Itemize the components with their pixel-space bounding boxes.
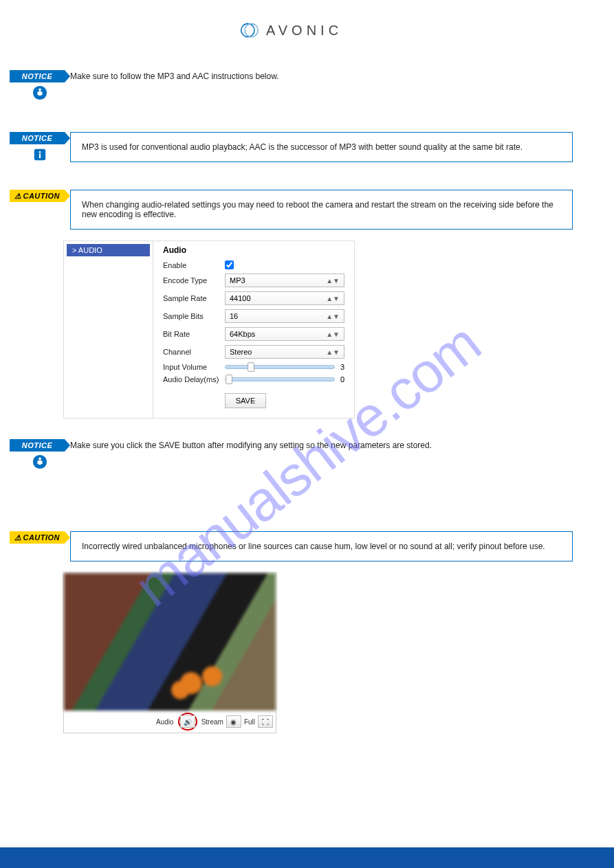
- sample-rate-select[interactable]: 44100▲▼: [225, 291, 344, 305]
- caution1-box: When changing audio-related settings you…: [70, 190, 573, 230]
- input-volume-value: 3: [340, 363, 344, 371]
- svg-point-3: [39, 89, 41, 91]
- sample-bits-select[interactable]: 16▲▼: [225, 309, 344, 323]
- audio-toggle-button[interactable]: 🔊: [180, 715, 195, 728]
- manual-icon: [10, 85, 70, 103]
- caution-badge: ⚠ CAUTION: [10, 531, 65, 544]
- svg-point-1: [245, 23, 258, 36]
- page-footer-bar: [0, 847, 614, 868]
- audio-settings-panel: > AUDIO Audio Enable Encode Type MP3▲▼ S…: [63, 241, 355, 419]
- encode-type-select[interactable]: MP3▲▼: [225, 274, 344, 287]
- fullscreen-icon: ⛶: [262, 718, 269, 726]
- svg-rect-6: [39, 154, 41, 158]
- notice-badge: NOTICE: [10, 70, 65, 82]
- notice-badge: NOTICE: [10, 439, 65, 452]
- sample-rate-label: Sample Rate: [163, 294, 225, 302]
- preview-full-label: Full: [244, 718, 255, 726]
- info-icon: [10, 147, 70, 165]
- encode-type-label: Encode Type: [163, 276, 225, 285]
- input-volume-label: Input Volume: [163, 363, 225, 371]
- speaker-icon: 🔊: [184, 718, 192, 726]
- caution-badge: ⚠ CAUTION: [10, 190, 65, 202]
- sample-bits-label: Sample Bits: [163, 312, 225, 320]
- brand-logo: AVONIC: [10, 21, 573, 43]
- warning-icon: ⚠: [14, 192, 22, 201]
- svg-point-5: [39, 151, 41, 153]
- save-button[interactable]: SAVE: [225, 393, 266, 408]
- notice2-box: MP3 is used for conventional audio playb…: [70, 132, 573, 162]
- fullscreen-button[interactable]: ⛶: [258, 715, 273, 728]
- manual-icon: [10, 454, 70, 472]
- svg-point-0: [241, 23, 254, 36]
- warning-icon: ⚠: [14, 533, 22, 542]
- notice3-text: Make sure you click the SAVE button afte…: [70, 439, 573, 450]
- audio-button-highlight: 🔊: [178, 713, 197, 731]
- preview-stream-label: Stream: [201, 718, 223, 726]
- notice-badge: NOTICE: [10, 132, 65, 144]
- channel-label: Channel: [163, 348, 225, 356]
- bitrate-select[interactable]: 64Kbps▲▼: [225, 327, 344, 341]
- live-preview: Audio 🔊 Stream ◉ Full ⛶: [63, 572, 276, 733]
- svg-point-8: [39, 458, 41, 460]
- audio-delay-slider[interactable]: [225, 377, 335, 381]
- preview-audio-label: Audio: [156, 718, 174, 726]
- audio-delay-value: 0: [340, 375, 344, 383]
- enable-checkbox[interactable]: [225, 260, 234, 269]
- audio-side-tab[interactable]: > AUDIO: [67, 244, 150, 256]
- caution2-box: Incorrectly wired unbalanced microphones…: [70, 531, 573, 561]
- stream-button[interactable]: ◉: [226, 715, 241, 728]
- enable-label: Enable: [163, 261, 225, 269]
- preview-image: [64, 573, 276, 711]
- audio-title: Audio: [163, 245, 344, 255]
- input-volume-slider[interactable]: [225, 365, 335, 369]
- audio-delay-label: Audio Delay(ms): [163, 375, 225, 383]
- notice1-text: Make sure to follow the MP3 and AAC inst…: [70, 70, 573, 81]
- channel-select[interactable]: Stereo▲▼: [225, 345, 344, 359]
- globe-icon: ◉: [230, 718, 237, 726]
- logo-icon: [240, 21, 259, 40]
- brand-text: AVONIC: [266, 23, 342, 38]
- bitrate-label: Bit Rate: [163, 330, 225, 338]
